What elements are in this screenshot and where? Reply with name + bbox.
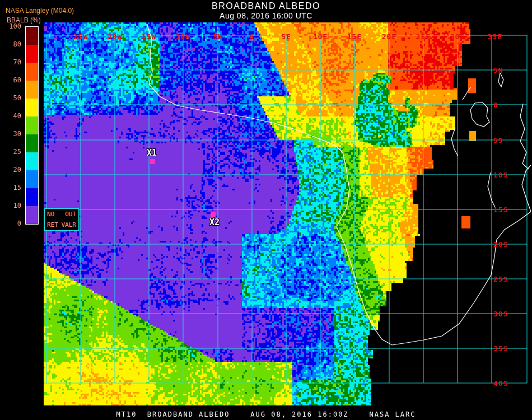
lon-label: 15W <box>142 32 156 41</box>
lon-label: 30E <box>450 32 465 41</box>
lat-label: 5N <box>493 66 503 74</box>
lat-label: 15S <box>493 206 508 214</box>
lat-label: 5S <box>493 136 503 144</box>
colorbar-tick: 0 <box>17 220 21 227</box>
flag-legend-row: NO OUT <box>47 211 76 218</box>
latlon-grid <box>44 35 527 383</box>
colorbar-tick: 80 <box>13 40 21 48</box>
colorbar-tick: 50 <box>13 94 21 102</box>
colorbar-tick: 10 <box>13 202 21 209</box>
lat-label: 30S <box>493 310 508 318</box>
colorbar-segment <box>26 45 38 63</box>
lon-label: 5W <box>213 32 223 41</box>
colorbar-segment <box>26 81 38 99</box>
page-subtitle: Aug 08, 2016 16:00 UTC <box>0 11 532 20</box>
colorbar-segment <box>26 134 38 152</box>
lon-label: 10W <box>176 32 190 41</box>
coastline-path <box>498 73 503 87</box>
map-overlay <box>0 0 532 420</box>
lat-label: 0 <box>493 101 498 109</box>
flag-ret: RET <box>47 221 58 228</box>
lat-label: 25S <box>493 275 508 283</box>
flag-legend-box: NO OUT RET VALR <box>44 208 79 231</box>
colorbar-tick: 70 <box>13 58 21 66</box>
lon-label: 35E <box>488 32 502 41</box>
lat-label: 40S <box>493 379 508 388</box>
colorbar-tick: 15 <box>13 184 21 192</box>
colorbar-segment <box>26 188 38 206</box>
colorbar-tick: 30 <box>13 130 21 138</box>
map-marker-label: X2 <box>209 217 220 227</box>
footer-caption: MT10 BROADBAND ALBEDO AUG 08, 2016 16:00… <box>0 410 532 418</box>
flag-out: OUT <box>65 211 76 218</box>
albedo-viewer: NASA Langley (M04.0) BBALB (%) 100807060… <box>0 0 532 420</box>
colorbar-tick: 100 <box>9 22 21 30</box>
colorbar-segment <box>26 116 38 134</box>
lat-label: 35S <box>493 344 508 353</box>
colorbar-segment <box>26 170 38 188</box>
title-block: BROADBAND ALBEDO Aug 08, 2016 16:00 UTC <box>0 1 532 20</box>
colorbar-tick: 20 <box>13 166 21 174</box>
lon-label: 0 <box>250 32 255 41</box>
lon-label: 25W <box>73 32 88 41</box>
lon-label: 5E <box>281 32 291 41</box>
page-title: BROADBAND ALBEDO <box>0 1 532 11</box>
colorbar-tick: 60 <box>13 76 21 84</box>
lon-label: 25E <box>416 32 431 41</box>
colorbar-segment <box>26 27 38 45</box>
flag-no: NO <box>47 211 54 218</box>
coastline-path <box>451 128 458 156</box>
flag-valr: VALR <box>62 221 77 228</box>
lon-label: 20E <box>382 32 396 41</box>
colorbar-segment <box>26 152 38 170</box>
lat-label: 10S <box>493 171 508 179</box>
lon-label: 15E <box>347 32 362 41</box>
coastlines <box>147 24 531 345</box>
lon-label: 20W <box>108 32 122 41</box>
colorbar-segment <box>26 206 38 224</box>
lat-label: 20S <box>493 240 508 249</box>
map-marker <box>150 159 155 164</box>
coastline-path <box>463 87 471 100</box>
colorbar-tick: 40 <box>13 112 21 120</box>
lon-label: 10E <box>313 32 328 41</box>
colorbar <box>25 26 39 225</box>
flag-legend-row: RET VALR <box>47 221 76 228</box>
colorbar-ticks: 100807060504030252015100 <box>0 0 22 241</box>
coastline-path <box>520 104 529 169</box>
map-marker <box>211 212 216 217</box>
map-marker-label: X1 <box>147 148 157 158</box>
colorbar-segment <box>26 63 38 81</box>
colorbar-tick: 25 <box>13 148 21 156</box>
coastline-path <box>470 102 489 127</box>
colorbar-segment <box>26 99 38 116</box>
coastline-path <box>147 24 531 345</box>
coastline-path <box>522 165 531 212</box>
